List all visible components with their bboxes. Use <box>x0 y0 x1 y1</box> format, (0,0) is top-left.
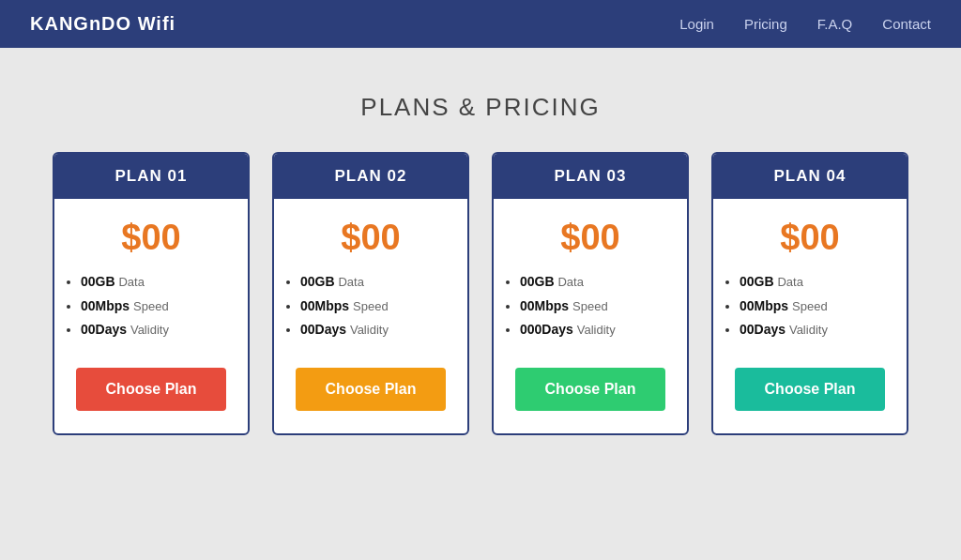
list-item: 00Mbps Speed <box>300 297 467 316</box>
plan-price-3: $00 <box>560 218 619 258</box>
choose-plan-button-2[interactable]: Choose Plan <box>296 368 446 411</box>
navbar: KANGnDO Wifi Login Pricing F.A.Q Contact <box>0 0 961 48</box>
plan-card-4: PLAN 04$0000GB Data00Mbps Speed00Days Va… <box>711 152 908 435</box>
list-item: 00Days Validity <box>740 321 907 340</box>
plan-card-3: PLAN 03$0000GB Data00Mbps Speed000Days V… <box>492 152 689 435</box>
page-title: PLANS & PRICING <box>0 93 961 122</box>
nav-links: Login Pricing F.A.Q Contact <box>679 16 931 32</box>
list-item: 00Days Validity <box>81 321 248 340</box>
list-item: 00GB Data <box>81 273 248 292</box>
plan-header-3: PLAN 03 <box>494 154 687 199</box>
plan-header-1: PLAN 01 <box>54 154 248 199</box>
plan-price-2: $00 <box>341 218 400 258</box>
list-item: 00Mbps Speed <box>520 297 687 316</box>
plan-card-2: PLAN 02$0000GB Data00Mbps Speed00Days Va… <box>272 152 469 435</box>
choose-plan-button-4[interactable]: Choose Plan <box>735 368 885 411</box>
nav-pricing[interactable]: Pricing <box>744 16 787 32</box>
list-item: 00Days Validity <box>300 321 467 340</box>
list-item: 00GB Data <box>520 273 687 292</box>
list-item: 00GB Data <box>300 273 467 292</box>
plan-features-2: 00GB Data00Mbps Speed00Days Validity <box>274 273 467 345</box>
plan-features-4: 00GB Data00Mbps Speed00Days Validity <box>713 273 907 345</box>
brand-logo: KANGnDO Wifi <box>30 13 175 35</box>
list-item: 00GB Data <box>740 273 907 292</box>
nav-contact[interactable]: Contact <box>882 16 931 32</box>
choose-plan-button-1[interactable]: Choose Plan <box>76 368 226 411</box>
list-item: 000Days Validity <box>520 321 687 340</box>
nav-faq[interactable]: F.A.Q <box>817 16 853 32</box>
plan-card-1: PLAN 01$0000GB Data00Mbps Speed00Days Va… <box>53 152 250 435</box>
plans-grid: PLAN 01$0000GB Data00Mbps Speed00Days Va… <box>0 152 961 480</box>
plan-header-4: PLAN 04 <box>713 154 907 199</box>
plan-header-2: PLAN 02 <box>274 154 467 199</box>
choose-plan-button-3[interactable]: Choose Plan <box>515 368 665 411</box>
plan-features-1: 00GB Data00Mbps Speed00Days Validity <box>54 273 248 345</box>
plan-features-3: 00GB Data00Mbps Speed000Days Validity <box>494 273 687 345</box>
list-item: 00Mbps Speed <box>81 297 248 316</box>
nav-login[interactable]: Login <box>679 16 714 32</box>
list-item: 00Mbps Speed <box>740 297 907 316</box>
page-title-wrap: PLANS & PRICING <box>0 48 961 152</box>
plan-price-1: $00 <box>121 218 180 258</box>
plan-price-4: $00 <box>780 218 839 258</box>
